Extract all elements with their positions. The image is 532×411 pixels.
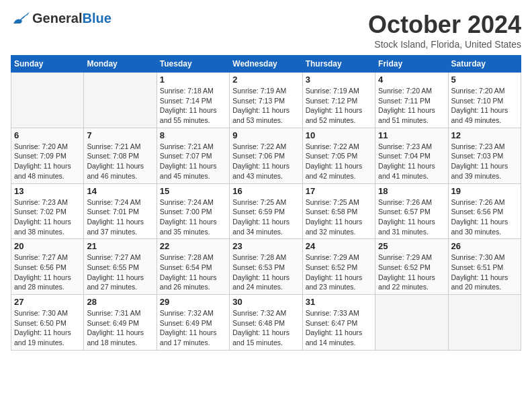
calendar-day-cell: 26Sunrise: 7:30 AMSunset: 6:51 PMDayligh… [448, 239, 521, 295]
calendar-day-cell: 20Sunrise: 7:27 AMSunset: 6:56 PMDayligh… [11, 239, 84, 295]
day-number: 20 [14, 241, 81, 251]
day-number: 6 [14, 130, 81, 140]
calendar-day-cell [375, 295, 448, 351]
day-number: 5 [451, 75, 518, 85]
day-info: Sunrise: 7:32 AMSunset: 6:49 PMDaylight:… [160, 308, 226, 348]
day-info: Sunrise: 7:33 AMSunset: 6:47 PMDaylight:… [306, 308, 372, 348]
day-info: Sunrise: 7:21 AMSunset: 7:07 PMDaylight:… [160, 142, 226, 181]
day-number: 16 [232, 186, 299, 196]
day-info: Sunrise: 7:26 AMSunset: 6:57 PMDaylight:… [378, 197, 445, 237]
day-info: Sunrise: 7:20 AMSunset: 7:10 PMDaylight:… [451, 86, 518, 126]
day-number: 13 [14, 186, 81, 196]
day-info: Sunrise: 7:19 AMSunset: 7:13 PMDaylight:… [232, 86, 299, 126]
calendar-day-cell: 24Sunrise: 7:29 AMSunset: 6:52 PMDayligh… [302, 239, 375, 295]
logo-blue-text: Blue [82, 11, 111, 26]
day-info: Sunrise: 7:24 AMSunset: 7:01 PMDaylight:… [87, 197, 153, 237]
title-block: October 2024 Stock Island, Florida, Unit… [368, 11, 521, 50]
day-info: Sunrise: 7:28 AMSunset: 6:54 PMDaylight:… [160, 253, 226, 292]
day-info: Sunrise: 7:25 AMSunset: 6:58 PMDaylight:… [306, 197, 372, 237]
day-number: 14 [87, 186, 153, 196]
logo-text-block: GeneralBlue [32, 11, 112, 26]
calendar-day-cell: 3Sunrise: 7:19 AMSunset: 7:12 PMDaylight… [302, 73, 375, 128]
calendar-day-cell: 10Sunrise: 7:22 AMSunset: 7:05 PMDayligh… [302, 128, 375, 183]
calendar-day-header: Tuesday [157, 56, 229, 73]
day-info: Sunrise: 7:22 AMSunset: 7:06 PMDaylight:… [232, 142, 299, 181]
logo-general-text: General [32, 11, 82, 26]
calendar-day-cell: 6Sunrise: 7:20 AMSunset: 7:09 PMDaylight… [11, 128, 84, 183]
day-number: 10 [306, 130, 372, 140]
day-number: 17 [306, 186, 372, 196]
day-info: Sunrise: 7:20 AMSunset: 7:09 PMDaylight:… [14, 142, 81, 181]
calendar-day-cell: 27Sunrise: 7:30 AMSunset: 6:50 PMDayligh… [11, 295, 84, 351]
day-info: Sunrise: 7:30 AMSunset: 6:50 PMDaylight:… [14, 308, 81, 348]
calendar-week-row: 20Sunrise: 7:27 AMSunset: 6:56 PMDayligh… [11, 239, 521, 295]
calendar-day-cell: 13Sunrise: 7:23 AMSunset: 7:02 PMDayligh… [11, 183, 84, 239]
calendar-week-row: 27Sunrise: 7:30 AMSunset: 6:50 PMDayligh… [11, 295, 521, 351]
calendar-day-header: Saturday [448, 56, 521, 73]
page-header: GeneralBlue October 2024 Stock Island, F… [11, 11, 521, 50]
day-info: Sunrise: 7:29 AMSunset: 6:52 PMDaylight:… [306, 253, 372, 292]
logo-icon [11, 11, 30, 26]
calendar-day-cell: 21Sunrise: 7:27 AMSunset: 6:55 PMDayligh… [84, 239, 157, 295]
calendar-day-cell: 29Sunrise: 7:32 AMSunset: 6:49 PMDayligh… [157, 295, 229, 351]
calendar-day-cell: 2Sunrise: 7:19 AMSunset: 7:13 PMDaylight… [230, 73, 302, 128]
logo: GeneralBlue [11, 11, 112, 26]
calendar-day-cell: 22Sunrise: 7:28 AMSunset: 6:54 PMDayligh… [157, 239, 229, 295]
day-number: 27 [14, 297, 81, 307]
day-number: 15 [160, 186, 226, 196]
day-info: Sunrise: 7:24 AMSunset: 7:00 PMDaylight:… [160, 197, 226, 237]
day-info: Sunrise: 7:28 AMSunset: 6:53 PMDaylight:… [232, 253, 299, 292]
day-number: 29 [160, 297, 226, 307]
day-info: Sunrise: 7:19 AMSunset: 7:12 PMDaylight:… [306, 86, 372, 126]
calendar-day-header: Sunday [11, 56, 84, 73]
day-number: 21 [87, 241, 153, 251]
day-number: 26 [451, 241, 518, 251]
calendar-day-cell: 15Sunrise: 7:24 AMSunset: 7:00 PMDayligh… [157, 183, 229, 239]
day-info: Sunrise: 7:23 AMSunset: 7:02 PMDaylight:… [14, 197, 81, 237]
calendar-day-cell: 23Sunrise: 7:28 AMSunset: 6:53 PMDayligh… [230, 239, 302, 295]
calendar-day-header: Monday [84, 56, 157, 73]
calendar-day-cell: 11Sunrise: 7:23 AMSunset: 7:04 PMDayligh… [375, 128, 448, 183]
day-info: Sunrise: 7:18 AMSunset: 7:14 PMDaylight:… [160, 86, 226, 126]
day-number: 2 [232, 75, 299, 85]
calendar-week-row: 6Sunrise: 7:20 AMSunset: 7:09 PMDaylight… [11, 128, 521, 183]
day-info: Sunrise: 7:27 AMSunset: 6:56 PMDaylight:… [14, 253, 81, 292]
day-number: 22 [160, 241, 226, 251]
day-number: 3 [306, 75, 372, 85]
calendar-day-cell: 14Sunrise: 7:24 AMSunset: 7:01 PMDayligh… [84, 183, 157, 239]
day-number: 19 [451, 186, 518, 196]
day-info: Sunrise: 7:30 AMSunset: 6:51 PMDaylight:… [451, 253, 518, 292]
day-number: 23 [232, 241, 299, 251]
calendar-day-cell: 8Sunrise: 7:21 AMSunset: 7:07 PMDaylight… [157, 128, 229, 183]
calendar-day-cell [84, 73, 157, 128]
day-info: Sunrise: 7:31 AMSunset: 6:49 PMDaylight:… [87, 308, 153, 348]
calendar-day-header: Thursday [302, 56, 375, 73]
calendar-day-cell: 30Sunrise: 7:32 AMSunset: 6:48 PMDayligh… [230, 295, 302, 351]
calendar-day-cell: 17Sunrise: 7:25 AMSunset: 6:58 PMDayligh… [302, 183, 375, 239]
day-info: Sunrise: 7:26 AMSunset: 6:56 PMDaylight:… [451, 197, 518, 237]
day-number: 25 [378, 241, 445, 251]
calendar-table: SundayMondayTuesdayWednesdayThursdayFrid… [11, 55, 521, 351]
calendar-day-cell: 5Sunrise: 7:20 AMSunset: 7:10 PMDaylight… [448, 73, 521, 128]
calendar-day-cell: 12Sunrise: 7:23 AMSunset: 7:03 PMDayligh… [448, 128, 521, 183]
calendar-day-cell: 7Sunrise: 7:21 AMSunset: 7:08 PMDaylight… [84, 128, 157, 183]
calendar-day-cell: 31Sunrise: 7:33 AMSunset: 6:47 PMDayligh… [302, 295, 375, 351]
day-number: 4 [378, 75, 445, 85]
day-info: Sunrise: 7:23 AMSunset: 7:03 PMDaylight:… [451, 142, 518, 181]
day-number: 24 [306, 241, 372, 251]
calendar-day-cell: 18Sunrise: 7:26 AMSunset: 6:57 PMDayligh… [375, 183, 448, 239]
calendar-week-row: 13Sunrise: 7:23 AMSunset: 7:02 PMDayligh… [11, 183, 521, 239]
day-info: Sunrise: 7:22 AMSunset: 7:05 PMDaylight:… [306, 142, 372, 181]
day-number: 28 [87, 297, 153, 307]
day-info: Sunrise: 7:23 AMSunset: 7:04 PMDaylight:… [378, 142, 445, 181]
day-info: Sunrise: 7:20 AMSunset: 7:11 PMDaylight:… [378, 86, 445, 126]
day-info: Sunrise: 7:25 AMSunset: 6:59 PMDaylight:… [232, 197, 299, 237]
day-number: 18 [378, 186, 445, 196]
calendar-day-cell: 19Sunrise: 7:26 AMSunset: 6:56 PMDayligh… [448, 183, 521, 239]
day-number: 9 [232, 130, 299, 140]
day-number: 8 [160, 130, 226, 140]
calendar-day-header: Friday [375, 56, 448, 73]
day-number: 31 [306, 297, 372, 307]
day-info: Sunrise: 7:32 AMSunset: 6:48 PMDaylight:… [232, 308, 299, 348]
calendar-day-cell: 4Sunrise: 7:20 AMSunset: 7:11 PMDaylight… [375, 73, 448, 128]
